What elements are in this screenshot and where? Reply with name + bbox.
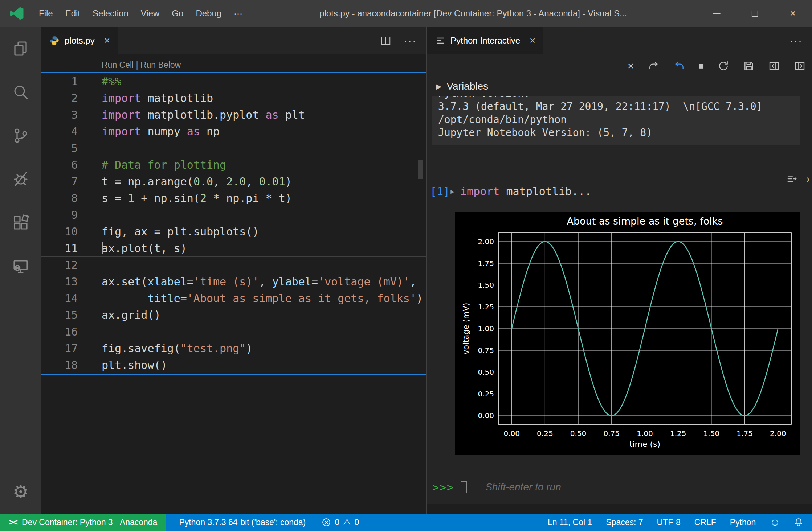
code-text: ax.set(xlabel='time (s)', ylabel='voltag…	[78, 273, 416, 290]
vscode-insiders-logo-icon	[9, 6, 25, 21]
notifications-bell-icon[interactable]	[794, 518, 803, 527]
code-line[interactable]: 14 title='About as simple as it gets, fo…	[41, 290, 426, 307]
move-view-right-icon[interactable]	[794, 60, 805, 72]
python-file-icon	[49, 36, 60, 46]
problems-indicator[interactable]: 0 ⚠ 0	[322, 517, 359, 527]
extensions-icon[interactable]	[0, 201, 41, 244]
line-number: 15	[41, 307, 78, 324]
indent-indicator[interactable]: Spaces: 7	[606, 518, 643, 527]
editor-scrollbar[interactable]	[418, 160, 423, 179]
code-line[interactable]: 13ax.set(xlabel='time (s)', ylabel='volt…	[41, 273, 426, 290]
code-line[interactable]: 7t = np.arange(0.0, 2.0, 0.01)	[41, 173, 426, 190]
menu-edit[interactable]: Edit	[59, 8, 86, 18]
split-editor-icon[interactable]	[380, 35, 391, 46]
remote-indicator[interactable]: >< Dev Container: Python 3 - Anaconda	[0, 514, 166, 531]
svg-text:1.25: 1.25	[670, 429, 686, 438]
code-text	[78, 207, 102, 223]
eol-indicator[interactable]: CRLF	[694, 518, 716, 527]
language-indicator[interactable]: Python	[730, 518, 756, 527]
undo-icon[interactable]	[673, 60, 685, 72]
python-interpreter[interactable]: Python 3.7.3 64-bit ('base': conda)	[179, 518, 306, 527]
close-button[interactable]: ×	[774, 0, 812, 27]
line-col-indicator[interactable]: Ln 11, Col 1	[548, 518, 592, 527]
python-interactive-panel: Python Interactive × ··· × ■	[427, 27, 812, 514]
tab-python-interactive[interactable]: Python Interactive ×	[427, 27, 543, 54]
more-actions-icon[interactable]: ···	[404, 34, 417, 47]
executed-cell-row[interactable]: [1] ▶ import matplotlib...	[430, 185, 591, 198]
plot-svg: 0.000.250.500.751.001.251.501.752.000.00…	[455, 212, 800, 455]
tab-plots-py[interactable]: plots.py ×	[41, 27, 118, 54]
code-line[interactable]: 8s = 1 + np.sin(2 * np.pi * t)	[41, 190, 426, 207]
code-line[interactable]: 16	[41, 324, 426, 340]
redo-icon[interactable]	[648, 60, 660, 72]
input-placeholder: Shift-enter to run	[485, 481, 561, 493]
run-cell-icon[interactable]: ▶	[450, 188, 454, 195]
debug-disabled-icon[interactable]	[0, 157, 41, 201]
code-line[interactable]: 4import numpy as np	[41, 123, 426, 140]
menu-file[interactable]: File	[33, 8, 59, 18]
svg-text:0.25: 0.25	[478, 390, 494, 398]
code-text: #%%	[78, 73, 121, 90]
search-icon[interactable]	[0, 70, 41, 114]
kernel-output-block[interactable]: Python Version: 3.7.3 (default, Mar 27 2…	[432, 96, 800, 145]
interactive-window-icon	[435, 36, 445, 46]
more-actions-icon[interactable]: ···	[789, 34, 803, 47]
svg-text:About as simple as it gets, fo: About as simple as it gets, folks	[567, 215, 723, 227]
feedback-smiley-icon[interactable]: ☺	[770, 516, 780, 528]
code-line[interactable]: 1#%%	[41, 73, 426, 90]
matplotlib-plot: 0.000.250.500.751.001.251.501.752.000.00…	[455, 212, 800, 455]
line-number: 8	[41, 190, 78, 207]
code-line[interactable]: 9	[41, 207, 426, 223]
collapse-all-icon[interactable]	[787, 173, 797, 184]
code-line[interactable]: 12	[41, 257, 426, 273]
interactive-input-row[interactable]: >>> Shift-enter to run	[432, 478, 561, 496]
line-number: 2	[41, 90, 78, 107]
menu-selection[interactable]: Selection	[86, 8, 135, 18]
code-text	[78, 257, 102, 273]
variables-section-header[interactable]: ▶ Variables	[436, 81, 488, 92]
run-cell-codelens[interactable]: Run Cell | Run Below	[102, 60, 426, 70]
svg-text:1.50: 1.50	[703, 429, 720, 438]
svg-text:1.00: 1.00	[637, 429, 653, 438]
encoding-indicator[interactable]: UTF-8	[657, 518, 681, 527]
prompt-symbol: >>>	[432, 481, 454, 494]
code-text: import matplotlib	[78, 90, 213, 107]
source-control-icon[interactable]	[0, 114, 41, 157]
window-title: plots.py - anacondacontainer [Dev Contai…	[249, 8, 698, 18]
overflow-chevron-icon[interactable]: ›	[806, 173, 810, 185]
code-line[interactable]: 3import matplotlib.pyplot as plt	[41, 107, 426, 123]
remote-icon: ><	[9, 517, 17, 527]
move-view-left-icon[interactable]	[768, 60, 780, 72]
settings-gear-icon[interactable]: ⚙	[0, 470, 41, 514]
menu-more[interactable]: ···	[228, 8, 249, 18]
panel-tab-bar: Python Interactive × ···	[427, 27, 812, 54]
menu-view[interactable]: View	[135, 8, 166, 18]
svg-text:2.00: 2.00	[478, 237, 494, 246]
interrupt-kernel-icon[interactable]: ■	[699, 62, 704, 70]
code-line[interactable]: 6# Data for plotting	[41, 157, 426, 173]
tab-close-icon[interactable]: ×	[104, 35, 110, 46]
code-line[interactable]: 5	[41, 140, 426, 157]
svg-text:0.50: 0.50	[478, 368, 494, 376]
line-number: 18	[41, 357, 78, 374]
tab-close-icon[interactable]: ×	[530, 35, 535, 46]
menu-debug[interactable]: Debug	[189, 8, 228, 18]
save-notebook-icon[interactable]	[743, 60, 755, 72]
restart-kernel-icon[interactable]	[718, 60, 729, 72]
code-line[interactable]: 18plt.show()	[41, 357, 426, 374]
explorer-icon[interactable]	[0, 27, 41, 70]
code-text: # Data for plotting	[78, 157, 226, 173]
code-line[interactable]: 10fig, ax = plt.subplots()	[41, 223, 426, 240]
code-line[interactable]: 2import matplotlib	[41, 90, 426, 107]
remote-explorer-icon[interactable]	[0, 244, 41, 288]
svg-text:2.00: 2.00	[770, 429, 786, 438]
maximize-button[interactable]: □	[736, 0, 774, 27]
code-editor[interactable]: Run Cell | Run Below 1#%%2import matplot…	[41, 54, 426, 514]
cancel-icon[interactable]: ×	[628, 61, 634, 71]
code-line[interactable]: 17fig.savefig("test.png")	[41, 340, 426, 357]
minimize-button[interactable]: ─	[698, 0, 736, 27]
code-line[interactable]: 15ax.grid()	[41, 307, 426, 324]
menu-go[interactable]: Go	[166, 8, 189, 18]
panel-bottom-scrollbar[interactable]	[427, 504, 812, 514]
code-line[interactable]: 11ax.plot(t, s)	[41, 240, 426, 257]
